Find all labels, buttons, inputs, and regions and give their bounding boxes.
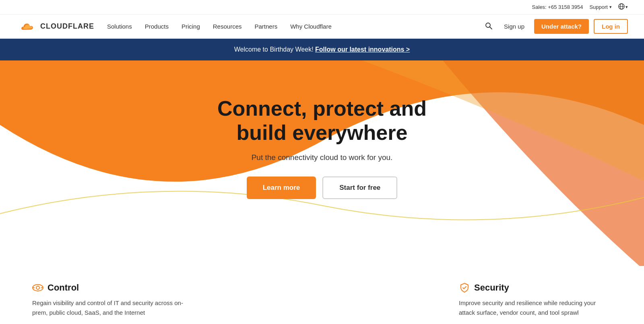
hero-section: Connect, protect and build everywhere Pu…: [0, 60, 644, 270]
learn-more-button[interactable]: Learn more: [247, 177, 316, 199]
security-title-text: Security: [474, 282, 509, 293]
hero-cta-buttons: Learn more Start for free: [247, 177, 398, 199]
partners-link[interactable]: Partners: [254, 23, 277, 30]
solutions-link[interactable]: Solutions: [107, 23, 132, 30]
banner-text: Welcome to Birthday Week!: [234, 46, 314, 53]
products-link[interactable]: Products: [145, 23, 169, 30]
sales-number: Sales: +65 3158 3954: [532, 4, 583, 10]
hero-title: Connect, protect and build everywhere: [217, 97, 427, 145]
support-chevron-icon: ▾: [609, 4, 612, 10]
security-feature-card: Security Improve security and resilience…: [459, 282, 612, 318]
search-button[interactable]: [483, 20, 494, 33]
signup-button[interactable]: Sign up: [499, 20, 529, 33]
under-attack-button[interactable]: Under attack?: [534, 19, 589, 34]
logo-text: CLOUDFLARE: [40, 22, 94, 31]
nav-item-solutions[interactable]: Solutions: [107, 23, 132, 30]
svg-line-4: [490, 27, 492, 29]
security-description: Improve security and resilience while re…: [459, 298, 612, 318]
search-icon: [485, 22, 493, 30]
main-navigation: CLOUDFLARE Solutions Products Pricing Re…: [0, 15, 644, 39]
control-feature-card: Control Regain visibility and control of…: [32, 282, 185, 318]
features-section: Control Regain visibility and control of…: [0, 266, 644, 324]
login-button[interactable]: Log in: [594, 19, 628, 34]
hero-content: Connect, protect and build everywhere Pu…: [0, 60, 644, 223]
why-cloudflare-link[interactable]: Why Cloudflare: [290, 23, 332, 30]
security-icon: [459, 282, 470, 293]
nav-item-products[interactable]: Products: [145, 23, 169, 30]
nav-item-pricing[interactable]: Pricing: [182, 23, 200, 30]
start-free-button[interactable]: Start for free: [322, 177, 397, 199]
language-selector[interactable]: ▾: [618, 3, 628, 11]
logo-link[interactable]: CLOUDFLARE: [16, 20, 94, 33]
pricing-link[interactable]: Pricing: [182, 23, 200, 30]
security-shield-icon: [460, 282, 469, 293]
nav-item-why-cloudflare[interactable]: Why Cloudflare: [290, 23, 332, 30]
top-bar: Sales: +65 3158 3954 Support ▾ ▾: [0, 0, 644, 15]
nav-right-actions: Sign up Under attack? Log in: [483, 19, 628, 34]
cloudflare-logo-icon: [16, 20, 37, 33]
support-label: Support: [589, 4, 608, 10]
control-icon: [32, 282, 43, 293]
control-eye-icon: [32, 284, 43, 292]
language-chevron-icon: ▾: [625, 4, 628, 10]
banner-link[interactable]: Follow our latest innovations >: [315, 46, 410, 53]
globe-icon: [618, 3, 625, 11]
resources-link[interactable]: Resources: [213, 23, 242, 30]
hero-subtitle: Put the connectivity cloud to work for y…: [252, 153, 393, 162]
announcement-banner: Welcome to Birthday Week! Follow our lat…: [0, 39, 644, 60]
control-feature-title: Control: [32, 282, 185, 293]
security-feature-title: Security: [459, 282, 612, 293]
nav-links-list: Solutions Products Pricing Resources Par…: [107, 23, 483, 30]
svg-point-7: [36, 286, 39, 289]
nav-item-resources[interactable]: Resources: [213, 23, 242, 30]
support-button[interactable]: Support ▾: [589, 4, 612, 10]
control-description: Regain visibility and control of IT and …: [32, 298, 185, 318]
nav-item-partners[interactable]: Partners: [254, 23, 277, 30]
control-title-text: Control: [47, 282, 79, 293]
